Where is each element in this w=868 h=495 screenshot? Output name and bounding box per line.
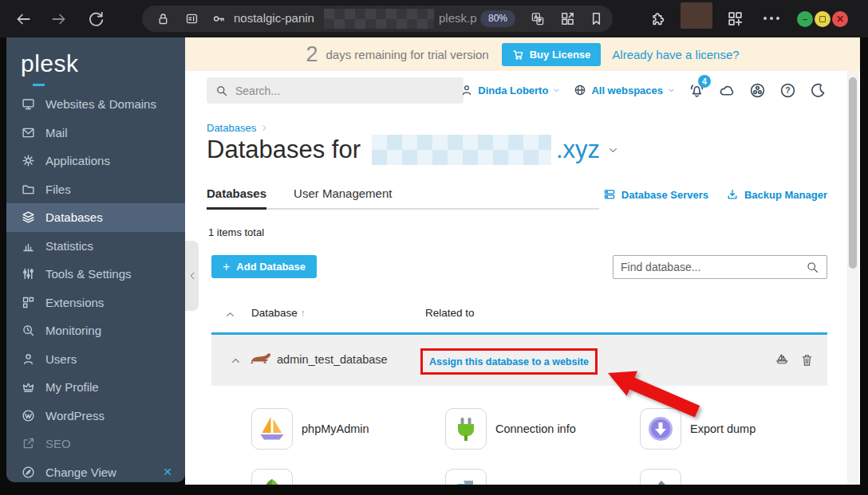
notifications-bell-icon[interactable]: 4 <box>688 82 705 99</box>
extensions-puzzle-icon[interactable] <box>649 10 666 27</box>
assign-database-link[interactable]: Assign this database to a website <box>429 356 589 367</box>
webadmin-boat-icon[interactable] <box>775 352 790 367</box>
database-layers-icon <box>22 210 35 224</box>
plesk-logo-accent <box>33 84 45 86</box>
trash-icon[interactable] <box>799 352 815 367</box>
find-database-input[interactable] <box>621 261 806 273</box>
window-close-button[interactable]: ✕ <box>832 11 848 27</box>
column-database[interactable]: Database ↑ <box>251 307 306 319</box>
search-input[interactable] <box>235 84 443 97</box>
tile-copy[interactable]: Copy <box>445 469 523 485</box>
external-link-icon <box>22 437 35 450</box>
sidebar-collapse-handle[interactable] <box>185 241 199 311</box>
sidebar-item-wordpress[interactable]: WordPress <box>6 402 185 430</box>
sidebar-item-users[interactable]: Users <box>6 345 185 374</box>
sidebar-item-monitoring[interactable]: Monitoring <box>6 316 185 345</box>
address-bar[interactable]: nostalgic-panin plesk.p 80% <box>142 6 613 32</box>
screen: nostalgic-panin plesk.p 80% – ✕ 2 days r… <box>0 0 868 495</box>
url-tail-text: plesk.p <box>439 11 477 25</box>
sidebar-item-mail[interactable]: Mail <box>6 119 185 147</box>
browser-reload-icon[interactable] <box>87 10 105 28</box>
import-arrow-icon <box>251 469 293 485</box>
tile-export-dump[interactable]: Export dump <box>640 408 756 450</box>
domain-redacted-blur <box>372 135 551 165</box>
sidebar-item-seo[interactable]: SEO <box>6 430 185 458</box>
global-search[interactable] <box>207 77 464 104</box>
tab-databases[interactable]: Databases <box>207 187 266 210</box>
webspaces-menu[interactable]: All webspaces <box>574 84 675 96</box>
translate-icon[interactable] <box>530 11 545 26</box>
chevron-left-icon <box>187 271 197 281</box>
sidebar-item-websites-domains[interactable]: Websites & Domains <box>6 90 185 119</box>
add-database-button[interactable]: + Add Database <box>211 255 317 278</box>
items-total-label: 1 items total <box>208 226 264 238</box>
backup-icon <box>726 188 739 201</box>
sort-asc-icon: ↑ <box>301 308 306 319</box>
sidebar-item-applications[interactable]: Applications <box>6 147 185 175</box>
monitor-search-icon <box>22 324 35 337</box>
tab-user-management[interactable]: User Management <box>294 187 392 208</box>
sidebar: plesk Websites & Domains Mail Applicatio… <box>6 37 185 482</box>
find-database-box[interactable] <box>613 255 827 279</box>
browser-forward-icon[interactable] <box>50 10 68 28</box>
close-icon[interactable]: ✕ <box>163 466 172 478</box>
tile-import-dump[interactable]: Import dump <box>251 469 366 485</box>
table-row[interactable]: admin_test_database Assign this database… <box>211 335 827 386</box>
row-expanded-panel: phpMyAdmin Connection info <box>211 386 827 485</box>
main-content: 2 days remaining for trial version Buy L… <box>185 37 860 485</box>
search-icon <box>215 84 228 97</box>
help-icon[interactable] <box>779 82 796 99</box>
scrollbar-thumb[interactable] <box>849 77 857 269</box>
profile-avatar[interactable] <box>681 2 712 29</box>
browser-menu-icon[interactable] <box>763 17 781 21</box>
plesk-logo[interactable]: plesk <box>21 50 79 77</box>
browser-chrome: nostalgic-panin plesk.p 80% – ✕ <box>0 0 868 37</box>
monitor-icon <box>22 97 35 111</box>
database-servers-link[interactable]: Database Servers <box>603 188 708 201</box>
trial-days-remaining: 2 <box>306 42 318 67</box>
sidebar-item-extensions[interactable]: Extensions <box>6 289 185 317</box>
split-view-icon[interactable] <box>560 11 575 26</box>
tile-connection-info[interactable]: Connection info <box>445 408 576 450</box>
cart-icon <box>512 49 524 61</box>
backup-manager-link[interactable]: Backup Manager <box>726 188 827 201</box>
plug-icon <box>445 408 487 450</box>
collapse-row-icon[interactable] <box>231 356 241 366</box>
browser-back-icon[interactable] <box>14 10 32 28</box>
window-maximize-button[interactable] <box>815 11 831 27</box>
buy-license-button[interactable]: Buy License <box>502 43 602 66</box>
reader-card-icon[interactable] <box>185 12 199 26</box>
dark-mode-moon-icon[interactable] <box>810 82 827 99</box>
feedback-ball-icon[interactable] <box>749 82 766 99</box>
export-arrow-icon <box>640 408 681 450</box>
zoom-level-badge[interactable]: 80% <box>480 10 515 27</box>
already-have-license-link[interactable]: Already have a license? <box>612 48 739 61</box>
title-chevron-down-icon[interactable] <box>608 145 618 155</box>
crown-icon <box>22 380 35 394</box>
cloud-icon[interactable] <box>719 82 736 99</box>
tile-phpmyadmin[interactable]: phpMyAdmin <box>251 408 369 450</box>
tab-bar: Databases User Management <box>207 187 599 210</box>
trial-banner: 2 days remaining for trial version Buy L… <box>185 37 860 71</box>
lock-icon[interactable] <box>156 12 170 26</box>
window-minimize-button[interactable]: – <box>797 11 813 27</box>
breadcrumb[interactable]: Databases <box>207 122 268 134</box>
mail-icon <box>22 126 35 139</box>
apps-grid-icon[interactable] <box>727 10 744 27</box>
sidebar-item-my-profile[interactable]: My Profile <box>6 373 185 402</box>
user-icon <box>460 84 473 96</box>
sidebar-item-change-view[interactable]: Change View ✕ <box>6 458 185 487</box>
sidebar-item-files[interactable]: Files <box>6 175 185 204</box>
key-icon[interactable] <box>212 12 226 26</box>
sidebar-item-statistics[interactable]: Statistics <box>6 232 185 261</box>
copy-icon <box>445 469 487 485</box>
user-menu[interactable]: Dinda Loberto <box>460 84 560 96</box>
tile-check-and-repair[interactable]: Check and repair <box>640 469 778 485</box>
sidebar-item-databases[interactable]: Databases <box>6 203 185 232</box>
wordpress-icon <box>22 409 35 422</box>
bookmark-icon[interactable] <box>589 11 604 26</box>
chevron-right-icon <box>261 124 268 132</box>
sidebar-item-tools-settings[interactable]: Tools & Settings <box>6 260 185 289</box>
url-text: nostalgic-panin <box>234 11 314 25</box>
collapse-all-icon[interactable] <box>225 309 235 320</box>
